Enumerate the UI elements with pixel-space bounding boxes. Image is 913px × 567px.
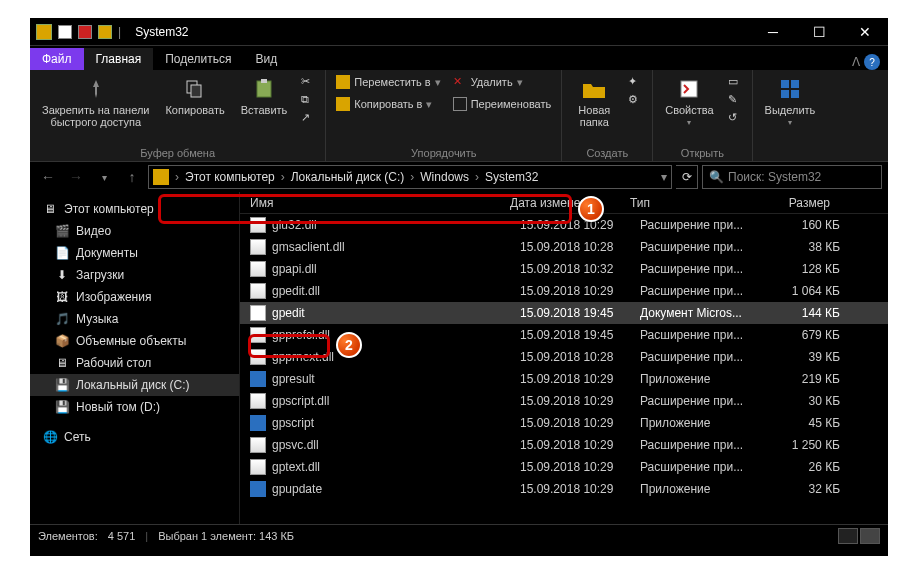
file-row[interactable]: glu32.dll15.09.2018 10:29Расширение при.…	[240, 214, 888, 236]
move-to-button[interactable]: Переместить в ▾	[334, 74, 442, 90]
file-date: 15.09.2018 19:45	[520, 328, 640, 342]
paste-icon	[251, 76, 277, 102]
file-icon	[250, 481, 266, 497]
rename-button[interactable]: Переименовать	[451, 96, 554, 112]
file-row[interactable]: gpprnext.dll15.09.2018 10:28Расширение п…	[240, 346, 888, 368]
select-all-button[interactable]: Выделить ▾	[761, 74, 820, 129]
col-size[interactable]: Размер	[770, 196, 840, 210]
help-icon[interactable]: ?	[864, 54, 880, 70]
file-row[interactable]: gpedit.dll15.09.2018 10:29Расширение при…	[240, 280, 888, 302]
nav-3d-objects[interactable]: 📦Объемные объекты	[30, 330, 239, 352]
breadcrumb-segment[interactable]: Windows	[416, 170, 473, 184]
refresh-button[interactable]: ⟳	[676, 165, 698, 189]
forward-button[interactable]: →	[64, 165, 88, 189]
properties-button[interactable]: Свойства ▾	[661, 74, 717, 129]
easy-access-icon: ⚙	[628, 93, 642, 107]
breadcrumb-segment[interactable]: Этот компьютер	[181, 170, 279, 184]
group-label: Упорядочить	[334, 145, 553, 159]
nav-documents[interactable]: 📄Документы	[30, 242, 239, 264]
nav-network[interactable]: 🌐Сеть	[30, 426, 239, 448]
file-type: Приложение	[640, 416, 780, 430]
file-icon	[250, 371, 266, 387]
qat-button[interactable]	[78, 25, 92, 39]
maximize-button[interactable]: ☐	[796, 18, 842, 46]
svg-rect-5	[781, 80, 789, 88]
file-row[interactable]: gpsvc.dll15.09.2018 10:29Расширение при.…	[240, 434, 888, 456]
nav-desktop[interactable]: 🖥Рабочий стол	[30, 352, 239, 374]
dropdown-icon[interactable]: ▾	[661, 170, 667, 184]
file-row[interactable]: gpupdate15.09.2018 10:29Приложение32 КБ	[240, 478, 888, 500]
file-row[interactable]: gpedit15.09.2018 19:45Документ Micros...…	[240, 302, 888, 324]
nav-this-pc[interactable]: 🖥Этот компьютер	[30, 198, 239, 220]
paste-button[interactable]: Вставить	[237, 74, 292, 118]
easy-access-button[interactable]: ⚙	[626, 92, 644, 108]
file-row[interactable]: gpresult15.09.2018 10:29Приложение219 КБ	[240, 368, 888, 390]
paste-shortcut-button[interactable]: ↗	[299, 110, 317, 126]
file-type: Расширение при...	[640, 350, 780, 364]
address-bar[interactable]: › Этот компьютер› Локальный диск (C:)› W…	[148, 165, 672, 189]
drive-icon: 💾	[54, 399, 70, 415]
pc-icon: 🖥	[42, 201, 58, 217]
qat-button[interactable]	[58, 25, 72, 39]
col-date[interactable]: Дата изменения	[510, 196, 630, 210]
quick-access-toolbar: |	[30, 24, 127, 40]
history-button[interactable]: ↺	[726, 110, 744, 126]
file-row[interactable]: gpscript.dll15.09.2018 10:29Расширение п…	[240, 390, 888, 412]
recent-locations[interactable]: ▾	[92, 165, 116, 189]
edit-button[interactable]: ✎	[726, 92, 744, 108]
minimize-button[interactable]: ─	[750, 18, 796, 46]
nav-pictures[interactable]: 🖼Изображения	[30, 286, 239, 308]
thumbnails-view-button[interactable]	[860, 528, 880, 544]
tab-view[interactable]: Вид	[243, 48, 289, 70]
nav-downloads[interactable]: ⬇Загрузки	[30, 264, 239, 286]
new-folder-button[interactable]: Новая папка	[570, 74, 618, 130]
collapse-ribbon-icon[interactable]: ᐱ	[852, 55, 860, 69]
back-button[interactable]: ←	[36, 165, 60, 189]
file-type: Приложение	[640, 482, 780, 496]
breadcrumb-segment[interactable]: System32	[481, 170, 542, 184]
col-type[interactable]: Тип	[630, 196, 770, 210]
file-date: 15.09.2018 19:45	[520, 306, 640, 320]
tab-home[interactable]: Главная	[84, 48, 154, 70]
delete-button[interactable]: ✕Удалить ▾	[451, 74, 554, 90]
file-row[interactable]: gpprefcl.dll15.09.2018 19:45Расширение п…	[240, 324, 888, 346]
tab-share[interactable]: Поделиться	[153, 48, 243, 70]
file-icon	[250, 459, 266, 475]
nav-music[interactable]: 🎵Музыка	[30, 308, 239, 330]
nav-drive-d[interactable]: 💾Новый том (D:)	[30, 396, 239, 418]
file-row[interactable]: gpscript15.09.2018 10:29Приложение45 КБ	[240, 412, 888, 434]
tab-file[interactable]: Файл	[30, 48, 84, 70]
file-row[interactable]: gmsaclient.dll15.09.2018 10:28Расширение…	[240, 236, 888, 258]
file-size: 32 КБ	[780, 482, 850, 496]
pin-to-quick-access[interactable]: Закрепить на панели быстрого доступа	[38, 74, 153, 130]
copy-path-button[interactable]: ⧉	[299, 92, 317, 108]
cube-icon: 📦	[54, 333, 70, 349]
cut-button[interactable]: ✂	[299, 74, 317, 90]
up-button[interactable]: ↑	[120, 165, 144, 189]
file-row[interactable]: gptext.dll15.09.2018 10:29Расширение при…	[240, 456, 888, 478]
copy-to-button[interactable]: Копировать в ▾	[334, 96, 442, 112]
file-list: Имя Дата изменения Тип Размер glu32.dll1…	[240, 192, 888, 524]
file-date: 15.09.2018 10:29	[520, 372, 640, 386]
new-item-button[interactable]: ✦	[626, 74, 644, 90]
open-button[interactable]: ▭	[726, 74, 744, 90]
file-date: 15.09.2018 10:29	[520, 284, 640, 298]
breadcrumb-segment[interactable]: Локальный диск (C:)	[287, 170, 409, 184]
qat-divider: |	[118, 25, 121, 39]
file-size: 128 КБ	[780, 262, 850, 276]
nav-videos[interactable]: 🎬Видео	[30, 220, 239, 242]
edit-icon: ✎	[728, 93, 742, 107]
download-icon: ⬇	[54, 267, 70, 283]
search-input[interactable]: 🔍 Поиск: System32	[702, 165, 882, 189]
details-view-button[interactable]	[838, 528, 858, 544]
file-icon	[250, 283, 266, 299]
copy-button[interactable]: Копировать	[161, 74, 228, 118]
pin-icon	[83, 76, 109, 102]
svg-rect-6	[791, 80, 799, 88]
close-button[interactable]: ✕	[842, 18, 888, 46]
nav-drive-c[interactable]: 💾Локальный диск (C:)	[30, 374, 239, 396]
col-name[interactable]: Имя	[240, 196, 510, 210]
file-icon	[250, 415, 266, 431]
file-row[interactable]: gpapi.dll15.09.2018 10:32Расширение при.…	[240, 258, 888, 280]
file-date: 15.09.2018 10:32	[520, 262, 640, 276]
